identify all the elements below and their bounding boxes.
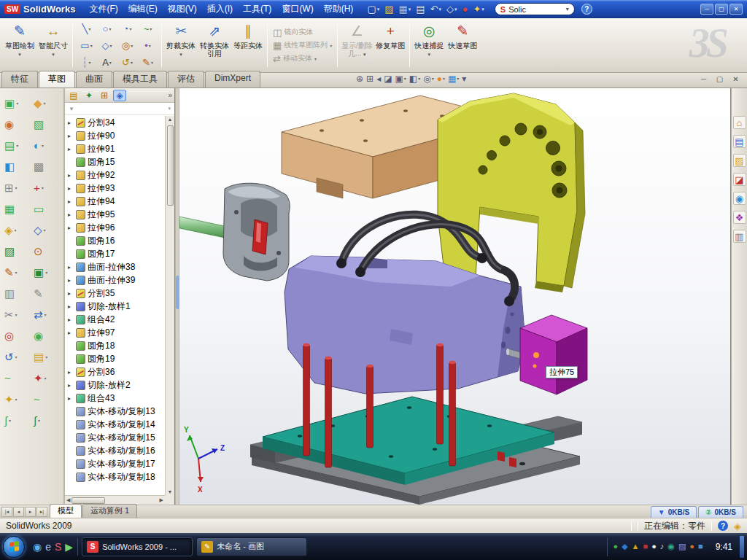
- quicklaunch-solidworks-icon[interactable]: S: [55, 542, 61, 552]
- panel-chevron-icon[interactable]: »: [168, 91, 172, 99]
- previous-view-icon[interactable]: ◂▾: [376, 74, 381, 83]
- tree-item[interactable]: ▸ 圆角18: [66, 339, 165, 352]
- tree-item[interactable]: ▸ 组合42: [66, 313, 165, 326]
- expand-arrow-icon[interactable]: ▸: [68, 382, 74, 389]
- left-tool-icon[interactable]: ▤▾: [34, 349, 47, 364]
- taskbar-task-button[interactable]: ✎未命名 - 画图: [196, 537, 307, 556]
- expand-arrow-icon[interactable]: ▸: [68, 225, 74, 231]
- commandmanager-tab[interactable]: DimXpert: [205, 71, 260, 88]
- apply-scene-icon[interactable]: ▦▾: [448, 74, 459, 83]
- expand-arrow-icon[interactable]: ▸: [68, 290, 74, 297]
- print-icon[interactable]: ▤▾: [414, 4, 426, 15]
- spline-icon[interactable]: ~▾: [138, 20, 158, 36]
- tree-item[interactable]: ▸ 圆角16: [66, 234, 165, 247]
- ellipse-icon[interactable]: ◎▾: [117, 37, 137, 53]
- text-icon[interactable]: A▾: [97, 54, 117, 70]
- left-tool-icon[interactable]: ▧▾: [34, 117, 47, 131]
- tray-icon[interactable]: ♪: [660, 542, 665, 551]
- tree-item[interactable]: ▸ 分割35: [66, 287, 165, 300]
- part-holder-assembly[interactable]: [179, 183, 290, 281]
- commandmanager-tab[interactable]: 模具工具: [113, 71, 167, 88]
- document-tab[interactable]: 运动算例 1: [82, 504, 137, 518]
- zoom-fit-icon[interactable]: ⊕▾: [356, 74, 363, 83]
- tree-item[interactable]: ▸ 实体-移动/复制17: [66, 457, 165, 470]
- propertymanager-tab-icon[interactable]: ✦: [82, 90, 96, 101]
- doc-close-button[interactable]: ✕: [730, 75, 741, 83]
- left-tool-icon[interactable]: ▦▾: [4, 201, 18, 216]
- tree-item[interactable]: ▸ 拉伸91: [66, 142, 165, 155]
- menu-item[interactable]: 编辑(E): [123, 1, 163, 17]
- quick-snaps-button[interactable]: ◎ 快速捕捉 ▾: [412, 20, 446, 70]
- quicklaunch-browser-icon[interactable]: ◉: [33, 542, 42, 552]
- tree-item[interactable]: ▸ 分割36: [66, 365, 165, 378]
- expand-arrow-icon[interactable]: ▸: [68, 198, 74, 205]
- view-orientation-icon[interactable]: ▣▾: [395, 74, 406, 83]
- menu-item[interactable]: 文件(F): [84, 1, 123, 17]
- circle-icon[interactable]: ○▾: [97, 20, 117, 36]
- commandmanager-tab[interactable]: 草图: [39, 71, 75, 88]
- tree-item[interactable]: ▸ 实体-移动/复制18: [66, 470, 165, 483]
- view-palette-icon[interactable]: ◪: [733, 173, 746, 186]
- select-icon[interactable]: ◇▾: [445, 4, 459, 15]
- appearances-icon[interactable]: ◉: [733, 192, 746, 205]
- filter-icon[interactable]: ▼: [69, 106, 74, 112]
- tray-icon[interactable]: ●: [613, 542, 618, 551]
- resources-home-icon[interactable]: ⌂: [733, 116, 746, 129]
- commandmanager-tab[interactable]: 评估: [168, 71, 204, 88]
- left-tool-icon[interactable]: ▣▾: [34, 265, 47, 279]
- tree-item[interactable]: ▸ 实体-移动/复制13: [66, 405, 165, 418]
- scroll-up-icon[interactable]: ▲: [168, 117, 173, 122]
- scrollbar-thumb[interactable]: [71, 497, 105, 504]
- display-style-icon[interactable]: ◧▾: [409, 74, 420, 83]
- expand-arrow-icon[interactable]: ▸: [68, 369, 74, 376]
- menu-item[interactable]: 帮助(H): [319, 1, 359, 17]
- expand-arrow-icon[interactable]: ▸: [68, 120, 74, 126]
- expand-arrow-icon[interactable]: ▸: [68, 316, 74, 323]
- undo-icon[interactable]: ↶▾: [429, 4, 443, 15]
- stack-tool-button[interactable]: ▦线性草图阵列▾: [273, 40, 332, 50]
- left-tool-icon[interactable]: +▾: [34, 180, 47, 195]
- doc-restore-button[interactable]: ▢: [714, 75, 725, 83]
- left-tool-icon[interactable]: ▣▾: [4, 96, 18, 110]
- left-tool-icon[interactable]: ◎▾: [4, 328, 18, 343]
- model-3d-view[interactable]: Y Z X: [179, 88, 731, 505]
- new-icon[interactable]: ▢▾: [365, 4, 381, 15]
- expand-arrow-icon[interactable]: ▸: [68, 172, 74, 179]
- tab-scroll-first-button[interactable]: |◂: [1, 507, 12, 517]
- tree-vertical-scrollbar[interactable]: ▲ ▼: [165, 116, 174, 495]
- close-button[interactable]: ✕: [729, 4, 743, 15]
- edit-appearance-icon[interactable]: ●▾: [437, 74, 445, 83]
- left-tool-icon[interactable]: ✎▾: [34, 286, 47, 300]
- tree-item[interactable]: ▸ 曲面-拉伸38: [66, 260, 165, 273]
- tray-icon[interactable]: ◆: [622, 542, 627, 551]
- scroll-down-icon[interactable]: ▼: [168, 489, 173, 494]
- left-tool-icon[interactable]: ◧▾: [4, 159, 18, 174]
- stack-tool-button[interactable]: ◫镜向实体▾: [273, 27, 332, 37]
- expand-arrow-icon[interactable]: ▸: [68, 277, 74, 284]
- tree-item[interactable]: ▸ 拉伸93: [66, 182, 165, 195]
- rebuild-icon[interactable]: ●▾: [461, 4, 470, 15]
- tab-scroll-next-button[interactable]: ▸: [25, 507, 36, 517]
- menu-item[interactable]: 视图(V): [163, 1, 202, 17]
- sketch-button[interactable]: ✎ 草图绘制 ▾: [3, 20, 36, 70]
- filter-bar[interactable]: ▼ ▾: [65, 103, 174, 115]
- minimize-button[interactable]: ─: [700, 4, 713, 15]
- tree-item[interactable]: ▸ 切除-放样2: [66, 378, 165, 392]
- start-button[interactable]: [3, 536, 25, 558]
- tree-item[interactable]: ▸ 分割34: [66, 116, 165, 129]
- left-tool-icon[interactable]: ✦▾: [4, 392, 18, 406]
- left-tool-icon[interactable]: ▤▾: [4, 138, 18, 152]
- polygon-icon[interactable]: ◇▾: [97, 37, 117, 53]
- expand-arrow-icon[interactable]: ▸: [68, 303, 74, 310]
- scenes-icon[interactable]: ❖: [733, 211, 746, 224]
- tree-item[interactable]: ▸ 拉伸94: [66, 195, 165, 208]
- document-tab[interactable]: 模型: [50, 504, 82, 518]
- tree-item[interactable]: ▸ 实体-移动/复制14: [66, 418, 165, 431]
- line-icon[interactable]: ╲▾: [77, 20, 96, 36]
- smart-dimension-button[interactable]: ↔ 智能尺寸 ▾: [36, 20, 70, 70]
- sketch-fillet-icon[interactable]: ↺▾: [117, 54, 137, 70]
- left-tool-icon[interactable]: ∫▾: [4, 413, 18, 427]
- tree-item[interactable]: ▸ 实体-移动/复制15: [66, 431, 165, 444]
- repair-sketch-button[interactable]: + 修复草图: [374, 20, 407, 70]
- tray-icon[interactable]: ▨: [678, 542, 686, 551]
